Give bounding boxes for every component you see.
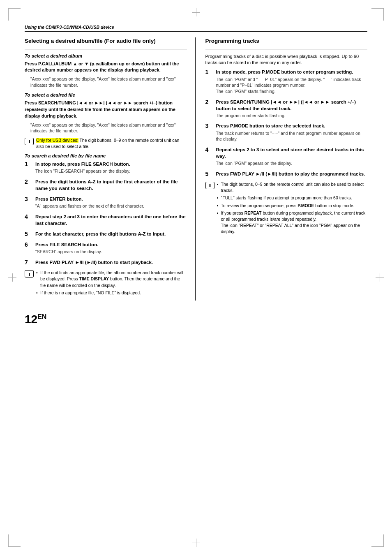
step-content-1: In stop mode, press FILE SEARCH button. … <box>35 161 187 175</box>
step-num-7: 7 <box>25 259 32 266</box>
step-right-1: 1 In stop mode, press P.MODE button to e… <box>205 69 368 95</box>
step-title-2: Press the digit buttons A-Z to input the… <box>35 178 187 192</box>
note-program-content: The digit buttons, 0–9 on the remote con… <box>217 181 368 236</box>
step-num-2: 2 <box>25 178 32 185</box>
step-right-desc-1: The icon "PGM" and "– – P–01" appears on… <box>216 76 368 95</box>
step-right-num-3: 3 <box>205 123 213 130</box>
page-suffix: EN <box>37 313 46 320</box>
top-label: Using the CD/MP3-CD/WMA-CD/USB device <box>25 25 367 32</box>
step-right-3: 3 Press P.MODE button to store the selec… <box>205 123 368 143</box>
step-title-7: Press FWD PLAY ►/II (►/II) button to sta… <box>35 259 187 266</box>
step-right-title-5: Press FWD PLAY ►/II (►/II) button to pla… <box>216 171 368 177</box>
step-right-title-4: Repeat steps 2 to 3 to select and store … <box>216 146 368 160</box>
page-number: 12EN <box>25 313 367 326</box>
step-left-2: 2 Press the digit buttons A-Z to input t… <box>25 178 187 192</box>
right-section-title: Programming tracks <box>205 37 368 45</box>
corner-mark-br <box>371 534 384 547</box>
step-left-3: 3 Press ENTER button. "A" appears and fl… <box>25 196 187 210</box>
step-title-6: Press FILE SEARCH button. <box>35 241 187 248</box>
step-right-num-2: 2 <box>205 99 213 106</box>
step-right-2: 2 Press SEARCH/TUNING |◄◄ or ►►| (|◄◄ or… <box>205 99 368 120</box>
subsection-album-indent: "Axxx xxx" appears on the display. "Axxx… <box>30 76 187 88</box>
highlight-usb: Only for USB devices: <box>36 138 78 143</box>
step-title-4: Repeat step 2 and 3 to enter the charact… <box>35 213 187 227</box>
two-column-layout: Selecting a desired album/file (For audi… <box>25 37 367 301</box>
step-right-5: 5 Press FWD PLAY ►/II (►/II) button to p… <box>205 171 368 178</box>
right-column: Programming tracks Programming tracks of… <box>204 37 368 301</box>
note-usb-content: Only for USB devices: The digit buttons,… <box>36 137 187 149</box>
step-left-1: 1 In stop mode, press FILE SEARCH button… <box>25 161 187 175</box>
step-num-6: 6 <box>25 241 32 248</box>
note-filesearch-item-2: If there is no appropriate file, "NO FIL… <box>36 290 187 296</box>
subsection-album-title: To select a desired album <box>25 53 187 58</box>
step-content-5: For the last character, press the digit … <box>35 231 187 238</box>
step-desc-3: "A" appears and flashes on the next of t… <box>35 203 187 209</box>
left-divider <box>25 49 187 49</box>
subsection-album-body: Press P.CALL/ALBUM ▲ or ▼ (p.call/album … <box>25 61 187 74</box>
page-num-value: 12 <box>25 313 37 326</box>
note-icon-1 <box>25 138 34 145</box>
step-content-4: Repeat step 2 and 3 to enter the charact… <box>35 213 187 227</box>
corner-mark-tl <box>8 8 21 21</box>
note-usb: Only for USB devices: The digit buttons,… <box>25 137 187 149</box>
step-right-num-1: 1 <box>205 69 213 76</box>
step-left-6: 6 Press FILE SEARCH button. "SEARCH" app… <box>25 241 187 256</box>
subsection-filename-title: To search a desired file by file name <box>25 153 187 158</box>
step-title-5: For the last character, press the digit … <box>35 231 187 237</box>
crosshair-left <box>8 273 16 282</box>
right-intro: Programming tracks of a disc is possible… <box>205 53 368 67</box>
note-filesearch-content: If the unit finds an appropriate file, t… <box>36 270 187 297</box>
crosshair-bottom <box>192 539 200 547</box>
step-left-7: 7 Press FWD PLAY ►/II (►/II) button to s… <box>25 259 187 266</box>
step-right-num-4: 4 <box>205 146 213 153</box>
subsection-file-indent: "Axxx xxx" appears on the display. "Axxx… <box>30 122 187 134</box>
step-left-4: 4 Repeat step 2 and 3 to enter the chara… <box>25 213 187 227</box>
step-desc-6: "SEARCH" appears on the display. <box>35 249 187 255</box>
note-program-item-1: The digit buttons, 0–9 on the remote con… <box>217 181 368 194</box>
step-right-num-5: 5 <box>205 171 213 178</box>
step-left-5: 5 For the last character, press the digi… <box>25 231 187 238</box>
subsection-file-title: To select a desired file <box>25 92 187 97</box>
step-right-title-2: Press SEARCH/TUNING |◄◄ or ►►| (|◄◄ or ►… <box>216 99 368 112</box>
step-title-1: In stop mode, press FILE SEARCH button. <box>35 161 187 167</box>
step-right-content-1: In stop mode, press P.MODE button to ent… <box>216 69 368 95</box>
step-right-desc-4: The icon "PGM" appears on the display. <box>216 160 368 166</box>
corner-mark-bl <box>8 534 21 547</box>
note-filesearch: If the unit finds an appropriate file, t… <box>25 270 187 297</box>
right-divider <box>205 49 368 49</box>
crosshair-right <box>376 273 384 282</box>
crosshair-top <box>192 8 200 16</box>
step-desc-1: The icon "FILE-SEARCH" appears on the di… <box>35 168 187 174</box>
left-section-title: Selecting a desired album/file (For audi… <box>25 37 187 45</box>
step-right-title-3: Press P.MODE button to store the selecte… <box>216 123 368 129</box>
note-filesearch-item-1: If the unit finds an appropriate file, t… <box>36 270 187 289</box>
step-content-6: Press FILE SEARCH button. "SEARCH" appea… <box>35 241 187 256</box>
note-icon-2 <box>25 270 34 278</box>
note-program-item-3: To review the program sequence, press P.… <box>217 203 368 209</box>
step-content-2: Press the digit buttons A-Z to input the… <box>35 178 187 192</box>
step-right-desc-2: The program number starts flashing. <box>216 113 368 119</box>
step-right-4: 4 Repeat steps 2 to 3 to select and stor… <box>205 146 368 167</box>
note-program-list: The digit buttons, 0–9 on the remote con… <box>217 181 368 235</box>
note-program-item-4: If you press REPEAT button during progra… <box>217 210 368 235</box>
subsection-file-body: Press SEARCH/TUNING |◄◄ or ►►| (◄◄ or ►►… <box>25 100 187 120</box>
corner-mark-tr <box>371 8 384 21</box>
step-right-content-3: Press P.MODE button to store the selecte… <box>216 123 368 143</box>
step-content-7: Press FWD PLAY ►/II (►/II) button to sta… <box>35 259 187 266</box>
note-program-item-2: "FULL" starts flashing if you attempt to… <box>217 195 368 201</box>
step-num-1: 1 <box>25 161 32 168</box>
step-right-desc-3: The track number returns to "– –" and th… <box>216 130 368 142</box>
step-num-3: 3 <box>25 196 32 203</box>
left-column: Selecting a desired album/file (For audi… <box>25 37 196 301</box>
step-right-content-5: Press FWD PLAY ►/II (►/II) button to pla… <box>216 171 368 178</box>
note-program: The digit buttons, 0–9 on the remote con… <box>205 181 368 236</box>
page: Using the CD/MP3-CD/WMA-CD/USB device Se… <box>0 0 392 555</box>
step-right-content-2: Press SEARCH/TUNING |◄◄ or ►►| (|◄◄ or ►… <box>216 99 368 120</box>
step-content-3: Press ENTER button. "A" appears and flas… <box>35 196 187 210</box>
step-title-3: Press ENTER button. <box>35 196 187 202</box>
note-icon-3 <box>205 182 214 189</box>
note-filesearch-list: If the unit finds an appropriate file, t… <box>36 270 187 296</box>
step-num-5: 5 <box>25 231 32 238</box>
step-right-title-1: In stop mode, press P.MODE button to ent… <box>216 69 368 75</box>
step-right-content-4: Repeat steps 2 to 3 to select and store … <box>216 146 368 167</box>
